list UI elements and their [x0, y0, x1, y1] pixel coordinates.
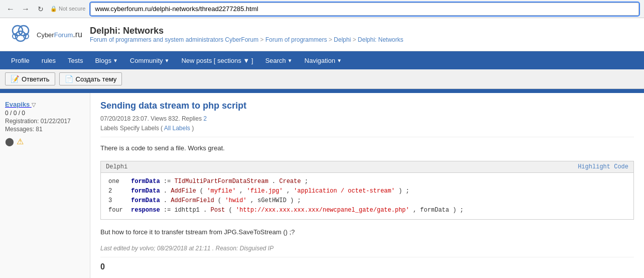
code-line-4: four response := idhttp1 . Post ( 'http:…: [108, 206, 626, 215]
user-profile-link[interactable]: Evapiks: [5, 101, 32, 108]
nav-new-posts[interactable]: New posts [ sections ▼ ]: [175, 53, 259, 68]
post-views: Views 832.: [151, 115, 180, 122]
community-arrow: ▼: [165, 58, 170, 63]
nav-profile[interactable]: Profile: [5, 53, 36, 68]
code-text-2: formData . AddFile ( 'myfile' , 'file.jp…: [131, 187, 410, 196]
post-title: Sending data stream to php script: [100, 101, 634, 111]
code-lang: Delphi: [106, 163, 127, 170]
logo-icon: [8, 23, 34, 46]
sidebar: Evapiks ▽ 0 / 0 / 0 Registration: 01/22/…: [0, 93, 90, 278]
code-text-1: formData := TIdMultiPartFormDataStream .…: [131, 177, 308, 187]
vote-area: 0: [100, 257, 634, 271]
nav-tests[interactable]: Tests: [62, 53, 89, 68]
reply-button[interactable]: 📝 Ответить: [5, 72, 55, 85]
user-dropdown-arrow[interactable]: ▽: [32, 102, 36, 108]
line-num-3: 3: [108, 196, 123, 206]
reload-button[interactable]: ↻: [35, 4, 46, 15]
user-registration: Registration: 01/22/2017: [5, 118, 85, 125]
nav-bar: Profile rules Tests Blogs ▼ Community ▼ …: [0, 51, 644, 69]
browser-bar: ← → ↻ 🔒 Not secure: [0, 0, 644, 18]
main-content: Evapiks ▽ 0 / 0 / 0 Registration: 01/22/…: [0, 93, 644, 278]
blue-divider: [0, 89, 644, 93]
nav-blogs[interactable]: Blogs ▼: [89, 53, 123, 68]
header-right: Delphi: Networks Forum of programmers an…: [90, 26, 636, 43]
action-bar: 📝 Ответить 📄 Создать тему: [0, 69, 644, 89]
offline-icon: ⬤: [5, 137, 14, 146]
user-status-icons: ⬤ ⚠: [5, 137, 85, 146]
labels-text: Labels: [100, 125, 118, 132]
code-text-4: response := idhttp1 . Post ( 'http://xxx…: [131, 206, 464, 215]
line-num-1: one: [108, 177, 123, 187]
address-bar[interactable]: [90, 3, 639, 16]
navigation-arrow: ▼: [337, 58, 342, 63]
breadcrumb-link-2[interactable]: Forum of programmers: [266, 36, 327, 43]
logo-text: CyberForum.ru: [37, 30, 82, 39]
nav-community[interactable]: Community ▼: [124, 53, 176, 68]
user-score: 0 / 0 / 0: [5, 110, 85, 117]
breadcrumb-link-3[interactable]: Delphi: [334, 36, 351, 43]
line-num-4: four: [108, 206, 123, 215]
post-area: Sending data stream to php script 07/20/…: [90, 93, 644, 278]
breadcrumb-link-1[interactable]: Forum of programmers and system administ…: [90, 36, 259, 43]
post-body-intro: There is a code to send a file. Works gr…: [100, 143, 634, 153]
code-body: one formData := TIdMultiPartFormDataStre…: [101, 173, 633, 220]
code-header: Delphi Highlight Code: [101, 161, 633, 173]
nav-navigation[interactable]: Navigation ▼: [299, 53, 348, 68]
logo-area[interactable]: CyberForum.ru: [8, 23, 82, 46]
back-button[interactable]: ←: [5, 4, 16, 15]
breadcrumb-link-4[interactable]: Delphi: Networks: [358, 36, 404, 43]
code-line-1: one formData := TIdMultiPartFormDataStre…: [108, 177, 626, 187]
post-labels: Labels Specify Labels ( All Labels ): [100, 125, 634, 137]
logo-cyber: Cyber: [37, 31, 54, 39]
blogs-arrow: ▼: [113, 58, 118, 63]
post-footer: Last edited by volvo; 08/29/2018 at 21:1…: [100, 245, 634, 252]
post-body-question: But how to force it to transfer tstream …: [100, 227, 634, 237]
breadcrumb: Forum of programmers and system administ…: [90, 36, 636, 43]
site-title: Delphi: Networks: [90, 26, 636, 36]
specify-labels: Specify Labels: [120, 125, 159, 132]
replies-link[interactable]: 2: [203, 115, 207, 122]
site-header: CyberForum.ru Delphi: Networks Forum of …: [0, 18, 644, 51]
post-date: 07/20/2018 23:07: [100, 115, 147, 122]
replies-label: Replies: [182, 115, 202, 122]
reply-icon: 📝: [11, 75, 19, 83]
user-name: Evapiks: [5, 101, 30, 108]
all-labels-link[interactable]: All Labels: [164, 125, 190, 132]
code-line-2: 2 formData . AddFile ( 'myfile' , 'file.…: [108, 187, 626, 196]
code-block: Delphi Highlight Code one formData := TI…: [100, 161, 634, 220]
search-arrow: ▼: [288, 58, 293, 63]
line-num-2: 2: [108, 187, 123, 196]
highlight-code-link[interactable]: Highlight Code: [578, 163, 628, 170]
logo-ru: .ru: [73, 30, 82, 39]
security-label: 🔒 Not secure: [50, 6, 85, 12]
warning-icon: ⚠: [17, 137, 24, 146]
post-meta: 07/20/2018 23:07. Views 832. Replies 2: [100, 115, 634, 122]
code-line-3: 3 formData . AddFormField ( 'hwid' , sGe…: [108, 196, 626, 206]
user-messages: Messages: 81: [5, 126, 85, 133]
create-topic-button[interactable]: 📄 Создать тему: [59, 72, 122, 85]
create-icon: 📄: [65, 75, 73, 83]
nav-search[interactable]: Search ▼: [259, 53, 298, 68]
forward-button[interactable]: →: [20, 4, 31, 15]
logo-forum: Forum: [54, 31, 73, 39]
code-text-3: formData . AddFormField ( 'hwid' , sGetH…: [131, 196, 301, 206]
nav-rules[interactable]: rules: [36, 53, 62, 68]
